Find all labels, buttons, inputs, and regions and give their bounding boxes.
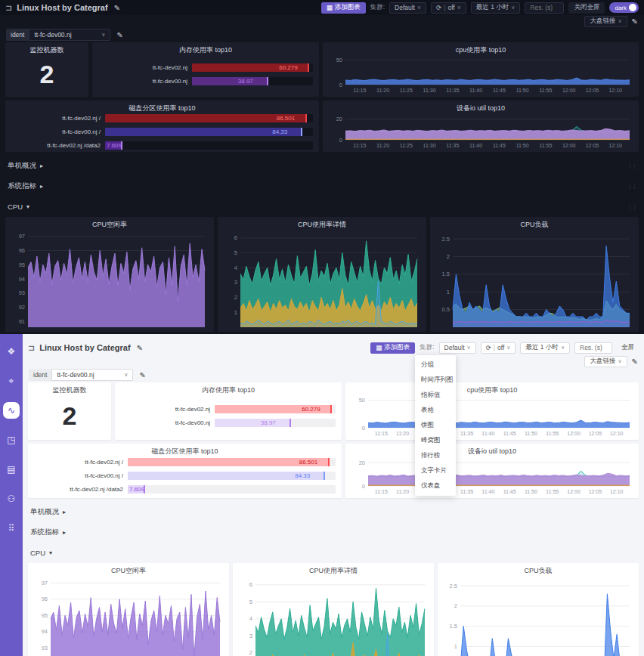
time-range-select[interactable]: 最近 1 小时∨ bbox=[471, 2, 521, 14]
objects-icon[interactable]: ▤ bbox=[3, 461, 20, 478]
panel-cpu-idle[interactable]: CPU空闲率 97969594939291 bbox=[5, 217, 214, 332]
section-system-metrics[interactable]: 系统指标▸ ⋮⋮ bbox=[0, 176, 644, 196]
edit-links-icon[interactable]: ✎ bbox=[632, 17, 638, 26]
panel-cpu-detail[interactable]: CPU使用率详情 654321 bbox=[218, 217, 426, 332]
rank-bar[interactable]: 7.609 bbox=[105, 141, 313, 150]
resolution-input[interactable] bbox=[574, 342, 612, 354]
rank-bar[interactable]: 84.33 bbox=[128, 472, 336, 480]
cpu-load-chart[interactable]: 2.521.510.5 bbox=[442, 575, 634, 656]
dashboards-icon[interactable]: ∿ bbox=[3, 402, 20, 419]
rank-row: tt-fc-dev02.nj /86.501 bbox=[34, 457, 336, 467]
cluster-select[interactable]: Default∨ bbox=[389, 2, 426, 14]
rank-bar[interactable]: 60.279 bbox=[215, 405, 336, 413]
svg-text:12:00: 12:00 bbox=[562, 143, 576, 148]
svg-text:1.5: 1.5 bbox=[442, 271, 450, 277]
section-system-metrics[interactable]: 系统指标▸ bbox=[23, 522, 644, 543]
panel-mem-top10[interactable]: 内存使用率 top10 tt-fc-dev02.nj60.279tt-fc-de… bbox=[92, 42, 319, 97]
edit-title-icon[interactable]: ✎ bbox=[137, 344, 143, 352]
menu-item[interactable]: 文字卡片 bbox=[415, 463, 456, 478]
cpu-load-chart[interactable]: 2.521.510.5 bbox=[435, 229, 634, 330]
panel-cpu-top10[interactable]: cpu使用率 top10 50011:1511:2011:2511:3011:3… bbox=[345, 382, 639, 440]
collapse-sidebar-icon[interactable]: ⊐ bbox=[5, 3, 12, 13]
panel-cpu-top10[interactable]: cpu使用率 top10 50011:1511:2011:2511:3011:3… bbox=[323, 42, 639, 97]
svg-text:11:50: 11:50 bbox=[525, 431, 537, 436]
ident-select[interactable]: tt-fc-dev00.nj∨ bbox=[51, 369, 133, 381]
io-util-chart[interactable]: 20011:1511:2011:2511:3011:3511:4011:4511… bbox=[327, 113, 634, 150]
panel-cpu-load[interactable]: CPU负载 2.521.510.5 bbox=[430, 217, 639, 332]
panel-machine-count[interactable]: 监控机器数 2 bbox=[28, 382, 111, 440]
rank-bar[interactable]: 7.609 bbox=[128, 485, 336, 494]
panel-cpu-load[interactable]: CPU负载 2.521.510.5 bbox=[438, 563, 639, 656]
drag-handle-icon[interactable]: ⋮⋮ bbox=[627, 204, 636, 210]
alerts-icon[interactable]: ◳ bbox=[3, 432, 20, 448]
section-host-overview[interactable]: 单机概况▸ ⋮⋮ bbox=[0, 156, 644, 176]
cpu-top10-chart[interactable]: 50011:1511:2011:2511:3011:3511:4011:4511… bbox=[350, 395, 634, 438]
panel-cpu-idle[interactable]: CPU空闲率 97969594939291 bbox=[28, 563, 229, 656]
user-icon[interactable]: ⚇ bbox=[3, 490, 20, 507]
panel-mem-top10[interactable]: 内存使用率 top10 tt-fc-dev02.nj60.279tt-fc-de… bbox=[115, 382, 342, 440]
add-chart-button[interactable]: ▦ 添加图表 bbox=[321, 2, 366, 14]
rank-bar[interactable]: 38.97 bbox=[192, 77, 313, 85]
menu-item[interactable]: 排行榜 bbox=[415, 448, 456, 463]
svg-text:11:55: 11:55 bbox=[546, 431, 559, 436]
menu-item[interactable]: 指标值 bbox=[415, 388, 456, 403]
rank-label: tt-fc-dev02.nj / bbox=[34, 459, 123, 466]
add-chart-button[interactable]: ▦ 添加图表 bbox=[370, 342, 415, 354]
panel-machine-count[interactable]: 监控机器数 2 bbox=[5, 42, 88, 97]
edit-links-icon[interactable]: ✎ bbox=[632, 357, 638, 366]
refresh-group[interactable]: ⟳ | off∨ bbox=[481, 342, 516, 354]
panel-cpu-detail[interactable]: CPU使用率详情 654321 bbox=[233, 563, 434, 656]
svg-text:0: 0 bbox=[362, 483, 365, 490]
rank-label: tt-fc-dev00.nj / bbox=[34, 472, 123, 479]
cpu-idle-chart[interactable]: 97969594939291 bbox=[10, 229, 209, 330]
dashboard-links-select[interactable]: 大盘链接∨ bbox=[584, 16, 627, 27]
edit-variables-icon[interactable]: ✎ bbox=[116, 31, 122, 39]
menu-item[interactable]: 分组 bbox=[415, 357, 456, 373]
rank-bar[interactable]: 84.33 bbox=[105, 128, 313, 136]
cluster-select[interactable]: Default∨ bbox=[439, 342, 476, 354]
panel-io-top10[interactable]: 设备io util top10 20011:1511:2011:2511:301… bbox=[323, 101, 639, 152]
fullscreen-button[interactable]: 全屏 bbox=[617, 342, 639, 354]
collapse-sidebar-icon[interactable]: ⊐ bbox=[28, 343, 35, 353]
section-host-overview[interactable]: 单机概况▸ bbox=[23, 502, 644, 522]
cpu-detail-chart[interactable]: 654321 bbox=[222, 229, 422, 330]
dashboard-links-select[interactable]: 大盘链接∨ bbox=[584, 356, 627, 367]
menu-item[interactable]: 时间序列图 bbox=[415, 373, 456, 388]
resolution-input[interactable] bbox=[525, 2, 564, 14]
ident-select[interactable]: tt-fc-dev00.nj∨ bbox=[29, 29, 110, 41]
rank-bar[interactable]: 60.279 bbox=[192, 63, 313, 72]
explore-icon[interactable]: ⌖ bbox=[3, 373, 20, 389]
menu-item[interactable]: 表格 bbox=[415, 403, 456, 418]
refresh-icon[interactable]: ⟳ bbox=[486, 344, 491, 351]
cpu-detail-chart[interactable]: 654321 bbox=[237, 575, 429, 656]
menu-item[interactable]: 仪表盘 bbox=[415, 478, 456, 494]
theme-toggle[interactable]: dark bbox=[609, 2, 639, 13]
menu-item[interactable]: 饼图 bbox=[415, 418, 456, 433]
panel-disk-top10[interactable]: 磁盘分区使用率 top10 tt-fc-dev02.nj /86.501tt-f… bbox=[28, 444, 342, 498]
rank-bar[interactable]: 86.501 bbox=[105, 114, 313, 122]
panel-io-top10[interactable]: 设备io util top10 20011:1511:2011:2511:301… bbox=[345, 444, 639, 498]
refresh-group[interactable]: ⟳ | off∨ bbox=[431, 2, 466, 14]
menu-item[interactable]: 蜂窝图 bbox=[415, 433, 456, 448]
rank-bar[interactable]: 86.501 bbox=[128, 458, 336, 466]
exit-fullscreen-button[interactable]: 关闭全屏 bbox=[568, 2, 605, 14]
panel-disk-top10[interactable]: 磁盘分区使用率 top10 tt-fc-dev02.nj /86.501tt-f… bbox=[5, 101, 319, 152]
io-util-chart[interactable]: 20011:1511:2011:2511:3011:3511:4011:4511… bbox=[350, 456, 634, 496]
section-cpu[interactable]: CPU▾ bbox=[23, 543, 644, 563]
rank-bar[interactable]: 38.97 bbox=[215, 419, 336, 427]
cpu-top10-chart[interactable]: 50011:1511:2011:2511:3011:3511:4011:4511… bbox=[327, 54, 634, 94]
refresh-icon[interactable]: ⟳ bbox=[436, 4, 441, 11]
svg-text:11:35: 11:35 bbox=[460, 431, 473, 436]
edit-variables-icon[interactable]: ✎ bbox=[139, 371, 145, 379]
logo-icon[interactable]: ❖ bbox=[3, 343, 20, 360]
machine-count-value: 2 bbox=[10, 54, 84, 94]
drag-handle-icon[interactable]: ⋮⋮ bbox=[627, 163, 636, 169]
variable-filter-row: ident tt-fc-dev00.nj∨ ✎ bbox=[23, 367, 644, 382]
section-cpu[interactable]: CPU▾ ⋮⋮ bbox=[0, 196, 644, 217]
time-range-select[interactable]: 最近 1 小时∨ bbox=[520, 342, 570, 354]
svg-text:6: 6 bbox=[249, 581, 252, 588]
drag-handle-icon[interactable]: ⋮⋮ bbox=[627, 184, 636, 190]
more-icon[interactable]: ⠿ bbox=[3, 520, 20, 537]
edit-title-icon[interactable]: ✎ bbox=[114, 4, 120, 12]
cpu-idle-chart[interactable]: 97969594939291 bbox=[33, 575, 224, 656]
